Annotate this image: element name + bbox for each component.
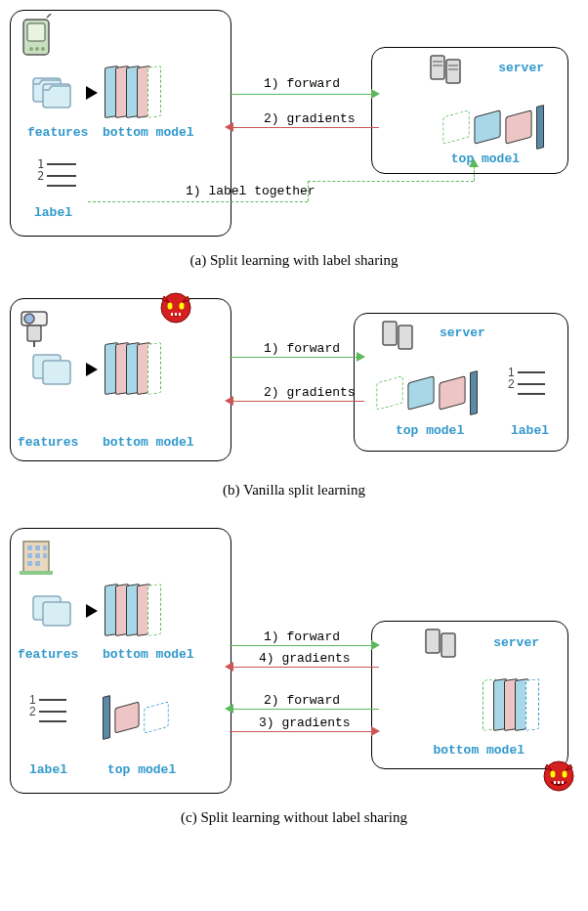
caption: (c) Split learning without label sharing [10,809,578,826]
gradients-arrow-3 [230,731,376,732]
svg-rect-40 [35,545,40,550]
features-label: features [18,435,78,450]
files-icon [31,588,76,628]
forward-1-label: 1) forward [264,629,340,644]
list-icon: 1 2 [29,694,70,725]
svg-rect-21 [27,325,41,341]
forward-arrow-2 [232,709,379,710]
bottom-model [107,343,161,394]
gradients-arrow [232,127,379,128]
svg-rect-60 [554,781,556,784]
svg-rect-56 [441,633,455,657]
building-icon [18,532,57,579]
bottom-model-label: bottom model [433,743,525,758]
svg-point-4 [41,47,45,51]
top-model [442,106,544,149]
svg-rect-62 [562,781,564,784]
svg-rect-49 [43,602,70,626]
top-model-label: top model [396,423,464,438]
svg-rect-13 [431,56,444,79]
arrow-head-icon [225,662,233,672]
svg-rect-39 [27,545,32,550]
label-together-label: 1) label together [186,184,315,198]
svg-rect-1 [27,23,45,41]
arrow-icon [86,604,98,618]
bottom-model [107,66,161,117]
svg-point-20 [24,314,34,324]
gradients-4-label: 4) gradients [259,651,351,666]
gradients-arrow [232,401,364,402]
svg-rect-61 [558,781,560,784]
svg-rect-41 [43,545,47,550]
arrow-head-icon [225,396,233,406]
bottom-model-label: bottom model [103,647,194,662]
server-icon [381,320,418,353]
diagram-b: features bottom model server top model 1… [10,298,578,499]
svg-rect-26 [171,313,173,316]
svg-rect-30 [43,361,70,384]
label-together-arrow [88,201,308,202]
svg-rect-44 [43,553,47,558]
svg-rect-43 [35,553,40,558]
top-model [376,371,478,414]
list-icon: 1 2 [37,158,78,190]
arrow-head-icon [371,726,380,736]
server-label: server [440,325,485,340]
arrow-head-icon [225,122,233,132]
top-model-label: top model [107,762,176,777]
list-icon: 1 2 [508,367,549,398]
files-icon [31,70,76,109]
svg-rect-47 [20,571,53,575]
server-label: server [498,61,544,75]
arrow-head-icon [371,640,380,650]
server-label: server [493,635,539,650]
svg-point-59 [563,771,567,778]
arrow-icon [86,363,98,376]
forward-arrow [230,94,376,95]
svg-rect-46 [35,561,40,566]
forward-label: 1) forward [264,341,340,356]
devil-icon [539,755,578,794]
svg-point-3 [35,47,39,51]
svg-line-5 [47,14,53,18]
svg-rect-32 [399,325,412,349]
features-label: features [27,125,88,140]
svg-point-25 [180,303,185,310]
bottom-model-label: bottom model [103,125,194,140]
svg-rect-28 [179,313,181,316]
svg-rect-14 [446,60,460,83]
svg-rect-45 [27,561,32,566]
features-label: features [18,647,78,662]
diagram-a: features bottom model 1 2 label [10,10,578,269]
bottom-model-label: bottom model [103,435,194,450]
label-together-arrow [308,181,474,182]
bottom-model-client [107,585,161,635]
forward-arrow [230,357,361,358]
arrow-head-icon [225,704,233,714]
svg-text:2: 2 [508,377,515,391]
label-label: label [34,205,72,220]
gradients-label: 2) gradients [264,385,356,400]
files-icon [31,347,76,386]
diagram-c: features bottom model 1 2 label top mode… [10,528,578,826]
server-icon [424,628,461,661]
label-together-arrow [474,166,475,181]
arrow-head-icon [371,89,380,99]
arrow-head-icon [357,352,365,362]
server-icon [429,54,466,87]
forward-2-label: 2) forward [264,693,340,708]
label-label: label [29,762,67,777]
gradients-arrow-4 [232,667,379,668]
svg-text:2: 2 [37,169,44,183]
svg-rect-7 [43,84,70,108]
forward-label: 1) forward [264,76,340,91]
top-model-client [103,696,169,739]
svg-rect-42 [27,553,32,558]
caption: (a) Split learning with label sharing [10,252,578,269]
svg-rect-31 [383,322,397,345]
svg-text:2: 2 [29,705,36,718]
svg-point-24 [168,303,173,310]
svg-rect-27 [175,313,177,316]
pda-icon [18,14,57,61]
forward-arrow-1 [230,645,376,646]
